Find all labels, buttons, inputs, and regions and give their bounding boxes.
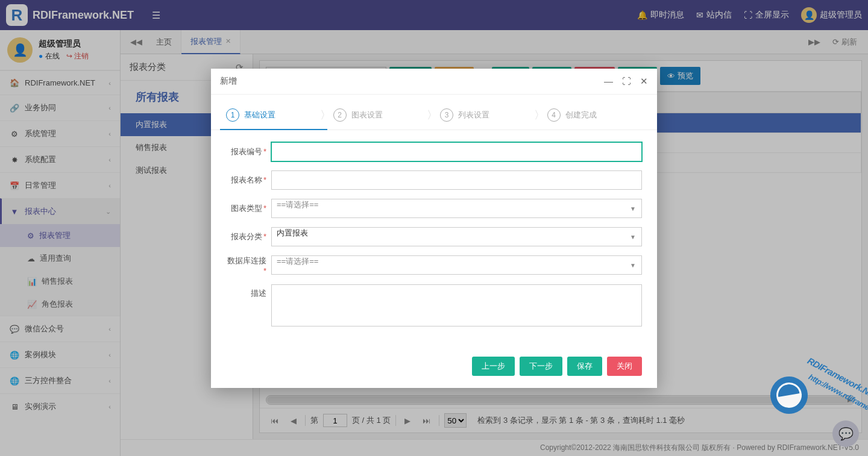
step-number: 4 bbox=[547, 108, 561, 122]
wizard-steps: 1基础设置〉2图表设置〉3列表设置〉4创建完成 bbox=[211, 95, 657, 130]
modal: 新增 — ⛶ ✕ 1基础设置〉2图表设置〉3列表设置〉4创建完成 报表编号* 报… bbox=[211, 69, 657, 388]
cancel-button[interactable]: 关闭 bbox=[607, 357, 642, 376]
label-db: 数据库连接* bbox=[226, 255, 271, 275]
wizard-step[interactable]: 2图表设置〉 bbox=[327, 104, 435, 130]
next-button[interactable]: 下一步 bbox=[520, 357, 562, 376]
save-button[interactable]: 保存 bbox=[567, 357, 602, 376]
prev-button[interactable]: 上一步 bbox=[472, 357, 515, 376]
step-number: 1 bbox=[226, 108, 239, 122]
select-category[interactable]: 内置报表 bbox=[271, 227, 642, 246]
close-icon[interactable]: ✕ bbox=[640, 76, 648, 87]
label-chart-type: 图表类型* bbox=[226, 203, 271, 214]
wizard-step[interactable]: 1基础设置〉 bbox=[220, 104, 327, 130]
input-report-name[interactable] bbox=[271, 170, 642, 190]
minimize-icon[interactable]: — bbox=[604, 76, 613, 87]
select-db[interactable]: ==请选择== bbox=[271, 255, 642, 275]
step-number: 3 bbox=[440, 108, 453, 122]
modal-title: 新增 bbox=[220, 76, 237, 87]
step-label: 基础设置 bbox=[244, 110, 275, 120]
step-label: 图表设置 bbox=[351, 110, 383, 120]
label-desc: 描述 bbox=[226, 284, 271, 299]
modal-footer: 上一步 下一步 保存 关闭 bbox=[211, 348, 657, 388]
input-report-code[interactable] bbox=[271, 142, 642, 161]
label-category: 报表分类* bbox=[226, 231, 271, 242]
textarea-desc[interactable] bbox=[271, 284, 642, 326]
modal-form: 报表编号* 报表名称* 图表类型* ==请选择== ▼ 报表分类* 内置报表 ▼… bbox=[211, 130, 657, 348]
label-name: 报表名称* bbox=[226, 175, 271, 186]
modal-header: 新增 — ⛶ ✕ bbox=[211, 69, 657, 95]
step-label: 列表设置 bbox=[458, 110, 489, 120]
step-label: 创建完成 bbox=[565, 110, 597, 120]
select-chart-type[interactable]: ==请选择== bbox=[271, 199, 642, 218]
label-code: 报表编号* bbox=[226, 146, 271, 157]
wizard-step[interactable]: 4创建完成 bbox=[541, 104, 649, 130]
wizard-step[interactable]: 3列表设置〉 bbox=[434, 104, 541, 130]
maximize-icon[interactable]: ⛶ bbox=[622, 76, 631, 87]
step-number: 2 bbox=[333, 108, 347, 122]
